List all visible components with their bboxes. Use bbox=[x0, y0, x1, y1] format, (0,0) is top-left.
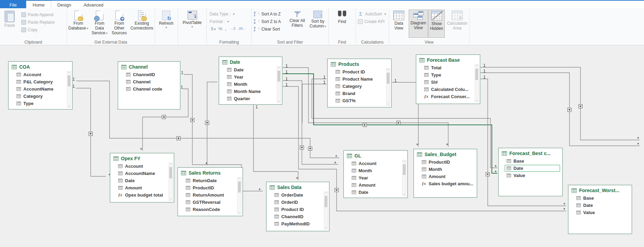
refresh-button[interactable]: Refresh ▾ bbox=[158, 10, 175, 38]
pivottable-button[interactable]: PivotTable ▾ bbox=[181, 10, 203, 38]
tab-home[interactable]: Home bbox=[26, 1, 51, 8]
sort-by-column-button[interactable]: Sort by Column bbox=[307, 10, 328, 38]
copy-button[interactable]: Copy bbox=[19, 26, 57, 34]
field-row-productid[interactable]: ProductID bbox=[178, 184, 242, 191]
field-row-amount[interactable]: Amount bbox=[414, 173, 477, 180]
create-kpi-button[interactable]: Create KPI bbox=[356, 18, 389, 25]
table-scrollbar[interactable]: ⌃⌄ bbox=[277, 66, 281, 103]
scroll-up-icon[interactable]: ⌃ bbox=[169, 163, 172, 166]
field-row-amount[interactable]: Amount bbox=[110, 184, 174, 191]
field-row-brand[interactable]: Brand bbox=[328, 90, 391, 97]
scroll-down-icon[interactable]: ⌄ bbox=[67, 104, 71, 107]
scroll-up-icon[interactable]: ⌃ bbox=[475, 65, 478, 68]
from-database-button[interactable]: From Database bbox=[67, 10, 90, 38]
scroll-down-icon[interactable]: ⌄ bbox=[403, 192, 406, 196]
paste-button[interactable]: Paste bbox=[0, 10, 19, 38]
table-scrollbar[interactable]: ⌃⌄ bbox=[237, 177, 241, 214]
field-row-year[interactable]: Year bbox=[219, 73, 282, 81]
scrollbar-thumb[interactable] bbox=[238, 181, 241, 192]
field-row-value[interactable]: Value bbox=[499, 172, 562, 179]
scroll-up-icon[interactable]: ⌃ bbox=[67, 72, 71, 75]
field-row-month[interactable]: Month bbox=[219, 81, 282, 88]
scroll-down-icon[interactable]: ⌄ bbox=[324, 226, 328, 229]
relationship-line[interactable] bbox=[481, 67, 640, 140]
scroll-up-icon[interactable]: ⌃ bbox=[238, 178, 241, 181]
scrollbar-thumb[interactable] bbox=[475, 69, 478, 80]
field-row-reasoncode[interactable]: ReasonCode bbox=[178, 206, 242, 213]
scroll-down-icon[interactable]: ⌄ bbox=[475, 98, 478, 102]
table-box-sales-returns[interactable]: Sales ReturnsReturnDateProductIDReturnAm… bbox=[178, 167, 243, 216]
dropdown-arrow-icon[interactable]: ▾ bbox=[191, 25, 193, 28]
scroll-down-icon[interactable]: ⌄ bbox=[277, 99, 281, 102]
table-scrollbar[interactable]: ⌃⌄ bbox=[169, 163, 173, 201]
scrollbar-thumb[interactable] bbox=[169, 167, 172, 178]
currency-icon[interactable]: $ bbox=[210, 26, 217, 31]
data-view-button[interactable]: Data View bbox=[389, 10, 408, 38]
table-title[interactable]: Sales Data bbox=[267, 182, 329, 191]
field-row-opex-budget-total[interactable]: ƒxOpex budget total bbox=[110, 191, 174, 199]
clear-sort-button[interactable]: AZ Clear Sort bbox=[252, 25, 287, 33]
relationship-line[interactable] bbox=[253, 104, 298, 180]
percent-icon[interactable]: % bbox=[217, 26, 224, 31]
table-scrollbar[interactable]: ⌃⌄ bbox=[324, 191, 328, 230]
field-row-gstreversal[interactable]: GSTReversal bbox=[178, 199, 242, 206]
field-row-date[interactable]: Date bbox=[110, 177, 174, 184]
field-row-orderdate[interactable]: OrderDate bbox=[267, 191, 329, 199]
paste-replace-button[interactable]: Paste Replace bbox=[19, 19, 57, 26]
autosum-button[interactable]: Σ AutoSum bbox=[356, 10, 389, 18]
paste-append-button[interactable]: Paste Append bbox=[19, 11, 57, 19]
field-row-returnamount[interactable]: ReturnAmount bbox=[178, 191, 242, 199]
field-row-type[interactable]: Type bbox=[416, 71, 480, 79]
table-title[interactable]: Opex FY bbox=[110, 153, 174, 163]
field-row-product-id[interactable]: Product ID bbox=[267, 206, 329, 213]
field-row-accountname[interactable]: AccountName bbox=[9, 85, 72, 93]
table-title[interactable]: GL bbox=[344, 151, 407, 160]
field-row-channelid[interactable]: ChannelID bbox=[118, 71, 180, 78]
field-row-channel-code[interactable]: Channel code bbox=[118, 85, 180, 93]
field-row-base[interactable]: Base bbox=[568, 195, 632, 202]
scroll-up-icon[interactable]: ⌃ bbox=[324, 192, 328, 195]
field-row-p-l-category[interactable]: P&L Category bbox=[9, 78, 72, 85]
field-row-date[interactable]: Date bbox=[505, 165, 560, 172]
table-box-channel[interactable]: ChannelChannelIDChannelChannel code bbox=[118, 61, 180, 109]
scroll-up-icon[interactable]: ⌃ bbox=[386, 69, 390, 72]
scroll-up-icon[interactable]: ⌃ bbox=[277, 67, 281, 70]
field-row-productid[interactable]: ProductID bbox=[414, 158, 477, 166]
field-row-returndate[interactable]: ReturnDate bbox=[178, 177, 242, 184]
table-box-date[interactable]: DateDateYearMonthMonth NameQuarter⌃⌄ bbox=[219, 57, 282, 105]
clear-all-filters-button[interactable]: Clear All Filters bbox=[287, 10, 307, 38]
table-title[interactable]: Products bbox=[328, 59, 391, 68]
scroll-down-icon[interactable]: ⌄ bbox=[169, 197, 172, 200]
field-row-account[interactable]: Account bbox=[9, 71, 72, 78]
field-row-product-id[interactable]: Product ID bbox=[328, 68, 391, 75]
table-title[interactable]: COA bbox=[9, 62, 72, 71]
field-row-date[interactable]: Date bbox=[568, 202, 632, 209]
field-row-value[interactable]: Value bbox=[568, 209, 632, 216]
field-row-month-name[interactable]: Month Name bbox=[219, 88, 282, 95]
table-scrollbar[interactable]: ⌃⌄ bbox=[475, 64, 479, 102]
calculation-area-button[interactable]: Calculation Area bbox=[445, 10, 469, 38]
decrease-decimal-icon[interactable]: .00→ bbox=[237, 27, 248, 31]
increase-decimal-icon[interactable]: →.0 bbox=[228, 27, 237, 31]
table-box-forecast-base[interactable]: Forecast BaseTotalTypeSl#Calculated Colu… bbox=[416, 55, 480, 104]
scrollbar-thumb[interactable] bbox=[68, 75, 70, 86]
field-row-base[interactable]: Base bbox=[499, 157, 562, 165]
data-type-dropdown[interactable]: Data Type : bbox=[210, 10, 249, 18]
field-row-paymethodid[interactable]: PayMethodID bbox=[267, 220, 329, 227]
scrollbar-thumb[interactable] bbox=[387, 73, 389, 84]
from-other-sources-button[interactable]: ✛ From Other Sources bbox=[109, 10, 129, 38]
scrollbar-thumb[interactable] bbox=[278, 71, 280, 82]
scrollbar-thumb[interactable] bbox=[325, 196, 327, 207]
field-row-product-name[interactable]: Product Name bbox=[328, 75, 391, 83]
sort-a-to-z-button[interactable]: AZ Sort A to Z bbox=[252, 10, 287, 18]
field-row-calculated-colu[interactable]: Calculated Colu... bbox=[416, 86, 480, 93]
format-dropdown[interactable]: Format : bbox=[210, 18, 249, 25]
field-row-quarter[interactable]: Quarter bbox=[219, 95, 282, 102]
existing-connections-button[interactable]: Existing Connections bbox=[129, 10, 155, 38]
table-box-forecast-best-c[interactable]: Forecast_Best c...BaseDateValue bbox=[498, 148, 563, 196]
field-row-amount[interactable]: Amount bbox=[344, 181, 407, 189]
sort-z-to-a-button[interactable]: ZA Sort Z to A bbox=[252, 18, 287, 25]
field-row-account[interactable]: Account bbox=[110, 163, 174, 170]
dropdown-arrow-icon[interactable]: ▾ bbox=[166, 26, 167, 29]
tab-file[interactable]: File bbox=[0, 1, 26, 8]
